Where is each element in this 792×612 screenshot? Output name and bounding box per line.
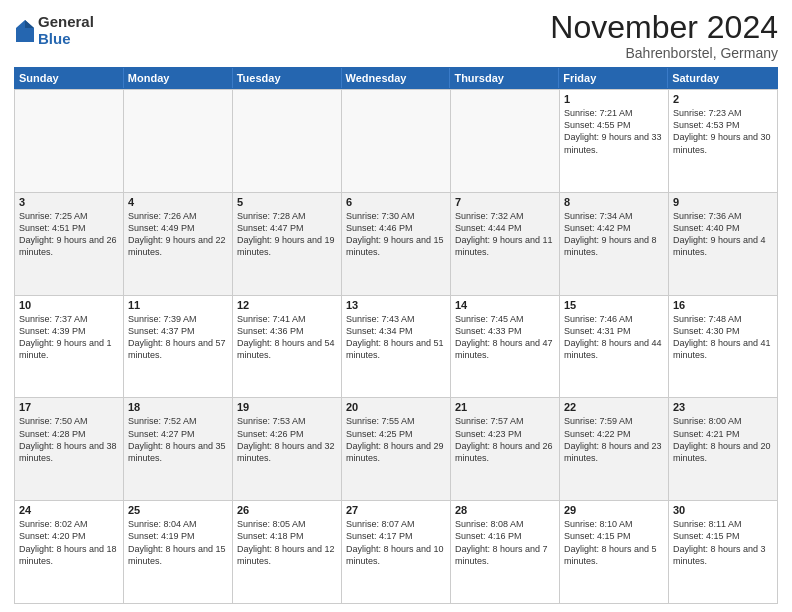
logo: General Blue — [14, 14, 94, 47]
day-number: 2 — [673, 93, 773, 105]
day-number: 26 — [237, 504, 337, 516]
day-number: 18 — [128, 401, 228, 413]
day-number: 1 — [564, 93, 664, 105]
day-number: 28 — [455, 504, 555, 516]
cal-cell: 15Sunrise: 7:46 AM Sunset: 4:31 PM Dayli… — [560, 295, 669, 398]
day-number: 17 — [19, 401, 119, 413]
cal-cell: 1Sunrise: 7:21 AM Sunset: 4:55 PM Daylig… — [560, 89, 669, 192]
day-number: 30 — [673, 504, 773, 516]
day-number: 8 — [564, 196, 664, 208]
day-number: 4 — [128, 196, 228, 208]
cal-cell — [15, 89, 124, 192]
cal-cell: 16Sunrise: 7:48 AM Sunset: 4:30 PM Dayli… — [669, 295, 778, 398]
cal-cell: 28Sunrise: 8:08 AM Sunset: 4:16 PM Dayli… — [451, 500, 560, 603]
day-number: 24 — [19, 504, 119, 516]
cal-cell: 6Sunrise: 7:30 AM Sunset: 4:46 PM Daylig… — [342, 192, 451, 295]
cell-info: Sunrise: 7:26 AM Sunset: 4:49 PM Dayligh… — [128, 210, 228, 259]
cell-info: Sunrise: 7:52 AM Sunset: 4:27 PM Dayligh… — [128, 415, 228, 464]
calendar-body: 1Sunrise: 7:21 AM Sunset: 4:55 PM Daylig… — [14, 89, 778, 604]
day-number: 19 — [237, 401, 337, 413]
cal-cell: 7Sunrise: 7:32 AM Sunset: 4:44 PM Daylig… — [451, 192, 560, 295]
header: General Blue November 2024 Bahrenborstel… — [14, 10, 778, 61]
day-number: 10 — [19, 299, 119, 311]
cal-cell — [342, 89, 451, 192]
cal-cell: 9Sunrise: 7:36 AM Sunset: 4:40 PM Daylig… — [669, 192, 778, 295]
cal-cell — [233, 89, 342, 192]
cal-cell: 12Sunrise: 7:41 AM Sunset: 4:36 PM Dayli… — [233, 295, 342, 398]
cal-cell: 14Sunrise: 7:45 AM Sunset: 4:33 PM Dayli… — [451, 295, 560, 398]
cal-cell: 22Sunrise: 7:59 AM Sunset: 4:22 PM Dayli… — [560, 397, 669, 500]
day-number: 14 — [455, 299, 555, 311]
cal-cell: 3Sunrise: 7:25 AM Sunset: 4:51 PM Daylig… — [15, 192, 124, 295]
logo-text: General Blue — [38, 14, 94, 47]
cal-cell: 11Sunrise: 7:39 AM Sunset: 4:37 PM Dayli… — [124, 295, 233, 398]
day-number: 3 — [19, 196, 119, 208]
cal-cell: 25Sunrise: 8:04 AM Sunset: 4:19 PM Dayli… — [124, 500, 233, 603]
day-number: 27 — [346, 504, 446, 516]
cal-cell: 10Sunrise: 7:37 AM Sunset: 4:39 PM Dayli… — [15, 295, 124, 398]
cell-info: Sunrise: 7:34 AM Sunset: 4:42 PM Dayligh… — [564, 210, 664, 259]
cell-info: Sunrise: 8:10 AM Sunset: 4:15 PM Dayligh… — [564, 518, 664, 567]
logo-general: General — [38, 14, 94, 31]
cal-cell: 30Sunrise: 8:11 AM Sunset: 4:15 PM Dayli… — [669, 500, 778, 603]
day-number: 11 — [128, 299, 228, 311]
page: General Blue November 2024 Bahrenborstel… — [0, 0, 792, 612]
cell-info: Sunrise: 8:05 AM Sunset: 4:18 PM Dayligh… — [237, 518, 337, 567]
cell-info: Sunrise: 7:39 AM Sunset: 4:37 PM Dayligh… — [128, 313, 228, 362]
day-number: 6 — [346, 196, 446, 208]
day-number: 29 — [564, 504, 664, 516]
cell-info: Sunrise: 8:04 AM Sunset: 4:19 PM Dayligh… — [128, 518, 228, 567]
cell-info: Sunrise: 7:25 AM Sunset: 4:51 PM Dayligh… — [19, 210, 119, 259]
cal-cell: 23Sunrise: 8:00 AM Sunset: 4:21 PM Dayli… — [669, 397, 778, 500]
cal-cell: 8Sunrise: 7:34 AM Sunset: 4:42 PM Daylig… — [560, 192, 669, 295]
cal-cell: 2Sunrise: 7:23 AM Sunset: 4:53 PM Daylig… — [669, 89, 778, 192]
cell-info: Sunrise: 7:50 AM Sunset: 4:28 PM Dayligh… — [19, 415, 119, 464]
cal-cell: 5Sunrise: 7:28 AM Sunset: 4:47 PM Daylig… — [233, 192, 342, 295]
cell-info: Sunrise: 7:23 AM Sunset: 4:53 PM Dayligh… — [673, 107, 773, 156]
cal-cell: 19Sunrise: 7:53 AM Sunset: 4:26 PM Dayli… — [233, 397, 342, 500]
cell-info: Sunrise: 7:41 AM Sunset: 4:36 PM Dayligh… — [237, 313, 337, 362]
day-number: 20 — [346, 401, 446, 413]
cell-info: Sunrise: 7:55 AM Sunset: 4:25 PM Dayligh… — [346, 415, 446, 464]
header-day-sunday: Sunday — [15, 68, 124, 88]
day-number: 13 — [346, 299, 446, 311]
logo-icon — [16, 20, 34, 42]
day-number: 25 — [128, 504, 228, 516]
day-number: 15 — [564, 299, 664, 311]
day-number: 5 — [237, 196, 337, 208]
cell-info: Sunrise: 7:28 AM Sunset: 4:47 PM Dayligh… — [237, 210, 337, 259]
cal-cell: 24Sunrise: 8:02 AM Sunset: 4:20 PM Dayli… — [15, 500, 124, 603]
calendar-header: SundayMondayTuesdayWednesdayThursdayFrid… — [14, 67, 778, 89]
title-block: November 2024 Bahrenborstel, Germany — [550, 10, 778, 61]
cell-info: Sunrise: 7:21 AM Sunset: 4:55 PM Dayligh… — [564, 107, 664, 156]
cal-cell — [451, 89, 560, 192]
cal-cell — [124, 89, 233, 192]
cell-info: Sunrise: 7:48 AM Sunset: 4:30 PM Dayligh… — [673, 313, 773, 362]
cal-cell: 29Sunrise: 8:10 AM Sunset: 4:15 PM Dayli… — [560, 500, 669, 603]
cell-info: Sunrise: 8:00 AM Sunset: 4:21 PM Dayligh… — [673, 415, 773, 464]
logo-blue: Blue — [38, 31, 94, 48]
day-number: 21 — [455, 401, 555, 413]
cell-info: Sunrise: 7:45 AM Sunset: 4:33 PM Dayligh… — [455, 313, 555, 362]
day-number: 23 — [673, 401, 773, 413]
day-number: 7 — [455, 196, 555, 208]
header-day-friday: Friday — [559, 68, 668, 88]
cal-cell: 21Sunrise: 7:57 AM Sunset: 4:23 PM Dayli… — [451, 397, 560, 500]
cell-info: Sunrise: 7:37 AM Sunset: 4:39 PM Dayligh… — [19, 313, 119, 362]
cal-cell: 27Sunrise: 8:07 AM Sunset: 4:17 PM Dayli… — [342, 500, 451, 603]
cell-info: Sunrise: 8:02 AM Sunset: 4:20 PM Dayligh… — [19, 518, 119, 567]
cell-info: Sunrise: 7:30 AM Sunset: 4:46 PM Dayligh… — [346, 210, 446, 259]
cell-info: Sunrise: 7:36 AM Sunset: 4:40 PM Dayligh… — [673, 210, 773, 259]
location: Bahrenborstel, Germany — [550, 45, 778, 61]
cell-info: Sunrise: 7:32 AM Sunset: 4:44 PM Dayligh… — [455, 210, 555, 259]
cell-info: Sunrise: 8:07 AM Sunset: 4:17 PM Dayligh… — [346, 518, 446, 567]
cell-info: Sunrise: 7:53 AM Sunset: 4:26 PM Dayligh… — [237, 415, 337, 464]
svg-marker-1 — [25, 20, 34, 28]
header-day-tuesday: Tuesday — [233, 68, 342, 88]
cell-info: Sunrise: 7:57 AM Sunset: 4:23 PM Dayligh… — [455, 415, 555, 464]
day-number: 12 — [237, 299, 337, 311]
cal-cell: 26Sunrise: 8:05 AM Sunset: 4:18 PM Dayli… — [233, 500, 342, 603]
calendar: SundayMondayTuesdayWednesdayThursdayFrid… — [14, 67, 778, 604]
cell-info: Sunrise: 8:08 AM Sunset: 4:16 PM Dayligh… — [455, 518, 555, 567]
cal-cell: 20Sunrise: 7:55 AM Sunset: 4:25 PM Dayli… — [342, 397, 451, 500]
